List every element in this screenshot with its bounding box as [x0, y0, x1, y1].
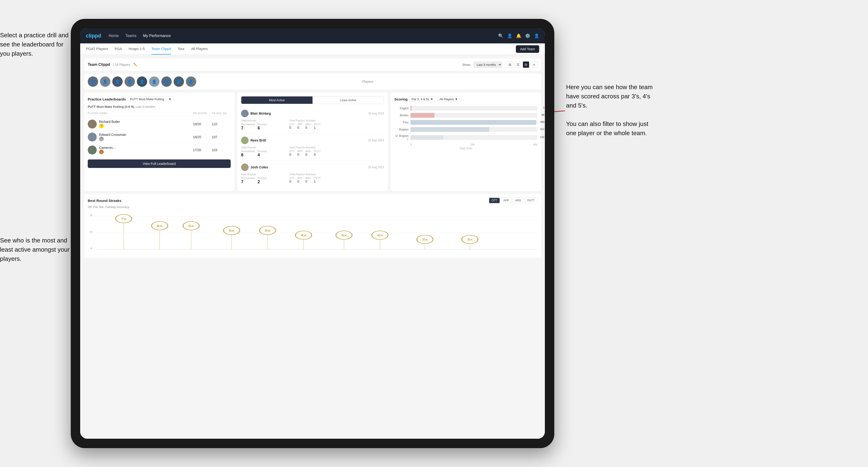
least-active-tab[interactable]: Least Active: [312, 96, 384, 104]
pa-ott-3: 0: [289, 180, 294, 183]
x-axis: 0 200 400: [394, 143, 537, 146]
dbogeys-value: 131: [540, 135, 545, 138]
dbogeys-track: 131: [410, 135, 537, 140]
putt-tab[interactable]: PUTT: [525, 198, 537, 203]
view-full-leaderboard-button[interactable]: View Full Leaderboard: [88, 159, 231, 168]
pa-date-2: 02 Sep 2023: [368, 139, 384, 142]
tablet-screen: clippd Home Teams My Performance 🔍 👤 🔔 ⚙…: [80, 28, 545, 439]
avatar[interactable]: 👤: [137, 76, 147, 87]
view-grid-icon[interactable]: ⊞: [507, 61, 513, 68]
lb-avg-3: 103: [212, 148, 231, 152]
tablet-device: clippd Home Teams My Performance 🔍 👤 🔔 ⚙…: [71, 19, 554, 448]
lb-score-1: 19/20: [193, 122, 212, 126]
pa-header: Blair McHarg 26 Aug 2023: [241, 110, 384, 117]
pa-arg-1: 0: [305, 126, 311, 129]
player-activity-1: Blair McHarg 26 Aug 2023 Total Rounds To…: [241, 107, 384, 134]
svg-text:5x: 5x: [228, 229, 235, 232]
ott-tab[interactable]: OTT: [489, 198, 500, 203]
show-select[interactable]: Last 3 months Last 6 months Last year: [474, 62, 502, 68]
annotation-top-left: Select a practice drill and see the lead…: [0, 31, 73, 58]
subnav-teamclippd[interactable]: Team Clippd: [151, 43, 171, 55]
practice-lb-title: Practice Leaderboards: [88, 97, 126, 101]
dbogeys-label: D. Bogeys +: [394, 134, 408, 141]
streaks-subtitle: Off The Tee, Fairway Accuracy: [88, 205, 537, 209]
team-count: | 14 Players: [113, 63, 130, 66]
subnav-hcaps[interactable]: Hcaps 1-5: [129, 43, 145, 55]
bogeys-track: 311: [410, 127, 537, 132]
nav-teams[interactable]: Teams: [125, 34, 136, 38]
practice-drill-dropdown[interactable]: PUTT Must Make Putting ... ▼: [128, 96, 174, 102]
most-active-tab[interactable]: Most Active: [241, 96, 312, 104]
lb-avg-2: 107: [212, 135, 231, 139]
all-players-dropdown[interactable]: All Players ▼: [437, 96, 460, 102]
pa-activities-label-2: Total Practice Activities: [289, 146, 384, 149]
logo: clippd: [86, 33, 101, 39]
activity-tabs: Most Active Least Active: [241, 96, 384, 104]
subnav-pgat[interactable]: PGAT Players: [86, 43, 108, 55]
person-icon[interactable]: 👤: [507, 33, 512, 38]
avatar[interactable]: 👤: [149, 76, 159, 87]
avatar[interactable]: 👤: [161, 76, 172, 87]
lb-avatar-2: [88, 132, 97, 142]
subnav: PGAT Players PGA Hcaps 1-5 Team Clippd T…: [80, 43, 545, 55]
streaks-chart: 8 6 4 7x: [88, 212, 537, 254]
lb-badge-1: 🥇: [99, 124, 104, 128]
svg-text:4x: 4x: [341, 234, 347, 237]
subnav-pga[interactable]: PGA: [115, 43, 122, 55]
pars-value: 499: [540, 121, 545, 123]
birdies-value: 96: [541, 114, 545, 116]
scoring-bar-chart: Eagles 3 Birdies 96: [394, 106, 537, 150]
lb-player: Cameron... 🥉: [88, 146, 193, 154]
pa-practice-val-3: 2: [257, 180, 267, 184]
app-tab[interactable]: APP: [501, 198, 512, 203]
pars-label: Pars: [394, 121, 408, 124]
bar-row-eagles: Eagles 3: [394, 106, 537, 111]
total-shots-label: Total Shots: [394, 147, 537, 150]
players-row: 👤 👤 👤 👤 👤 👤 👤 👤 👤 Players: [84, 73, 541, 90]
bell-icon[interactable]: 🔔: [516, 33, 521, 38]
team-title: Team Clippd: [88, 63, 110, 67]
lb-player: Richard Butler 🥇: [88, 120, 193, 129]
profile-icon[interactable]: 👤: [534, 33, 539, 38]
main-content: Team Clippd | 14 Players ✏️ Show: Last 3…: [80, 55, 545, 439]
nav-myperformance[interactable]: My Performance: [143, 34, 171, 38]
nav-home[interactable]: Home: [109, 34, 119, 38]
view-list-icon[interactable]: ☰: [515, 61, 521, 68]
avatar[interactable]: 👤: [88, 76, 98, 87]
subnav-tour[interactable]: Tour: [178, 43, 184, 55]
pa-stats-2: Total Rounds Tournament 8 Practice 4: [241, 146, 384, 158]
view-table-icon[interactable]: ≡: [531, 61, 537, 68]
lb-avg-1: 110: [212, 122, 231, 126]
svg-text:4x: 4x: [377, 234, 383, 237]
pa-rounds-label-3: Total Rounds: [241, 173, 287, 176]
pa-arg-2: 0: [305, 153, 311, 156]
settings-icon[interactable]: ⚙️: [525, 33, 530, 38]
svg-text:8: 8: [90, 214, 93, 217]
pa-activities-label: Total Practice Activities: [289, 119, 384, 122]
lb-name-3: Cameron...: [99, 146, 115, 150]
pa-name-1: Blair McHarg: [250, 112, 271, 115]
birdies-track: 96: [410, 113, 537, 118]
avatar[interactable]: 👤: [112, 76, 123, 87]
lb-name-2: Edward Crossman: [99, 133, 126, 136]
avatar[interactable]: 👤: [100, 76, 111, 87]
view-cards-icon[interactable]: ⊟: [523, 61, 529, 68]
scoring-card: Scoring Par 3, 4 & 5s ▼ All Players ▼ Ea…: [391, 92, 541, 191]
lb-badge-3: 🥉: [99, 150, 104, 154]
pa-name-2: Rees Britt: [250, 138, 266, 142]
avatar[interactable]: 👤: [186, 76, 196, 87]
arg-tab[interactable]: ARG: [513, 198, 524, 203]
search-icon[interactable]: 🔍: [498, 33, 503, 38]
pa-avatar-3: [241, 163, 249, 171]
pa-header-3: Josh Coles 26 Aug 2023: [241, 163, 384, 171]
lb-subtitle: PUTT Must Make Putting (3-6 ft), Last 3 …: [88, 105, 231, 108]
avatar[interactable]: 👤: [125, 76, 135, 87]
add-team-button[interactable]: Add Team: [516, 45, 539, 53]
practice-leaderboards-card: Practice Leaderboards PUTT Must Make Put…: [84, 92, 235, 191]
avatar[interactable]: 👤: [174, 76, 184, 87]
edit-icon[interactable]: ✏️: [133, 63, 137, 66]
pa-header-2: Rees Britt 02 Sep 2023: [241, 136, 384, 144]
activity-card: Most Active Least Active Blair McHarg 26…: [237, 92, 388, 191]
subnav-allplayers[interactable]: All Players: [191, 43, 208, 55]
par-filter-dropdown[interactable]: Par 3, 4 & 5s ▼: [409, 96, 435, 102]
